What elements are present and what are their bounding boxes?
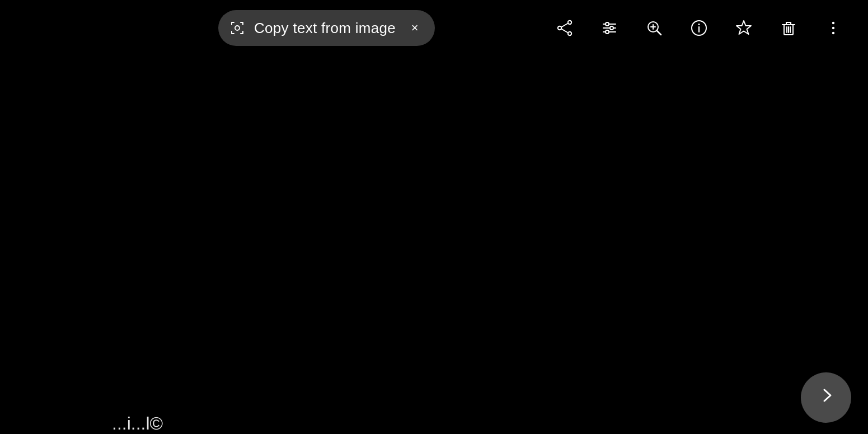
info-icon[interactable] <box>687 16 711 40</box>
share-icon[interactable] <box>552 16 577 40</box>
svg-point-0 <box>235 26 240 30</box>
toolbar-right <box>552 16 846 40</box>
svg-point-28 <box>832 22 834 24</box>
copy-text-pill[interactable]: Copy text from image × <box>218 10 435 46</box>
svg-point-3 <box>568 32 571 35</box>
sliders-icon[interactable] <box>597 16 622 40</box>
lens-icon <box>227 18 247 38</box>
svg-point-1 <box>568 21 571 24</box>
svg-point-9 <box>606 22 609 26</box>
svg-point-11 <box>606 30 609 34</box>
svg-point-10 <box>610 26 613 30</box>
toolbar: Copy text from image × <box>0 0 868 56</box>
svg-marker-19 <box>736 21 751 34</box>
fab-next-button[interactable] <box>801 372 851 423</box>
star-icon[interactable] <box>731 16 756 40</box>
bottom-text: ...i...l© <box>112 413 163 434</box>
close-pill-button[interactable]: × <box>406 19 424 37</box>
svg-line-4 <box>561 24 568 27</box>
copy-text-label: Copy text from image <box>254 20 396 37</box>
more-vert-icon[interactable] <box>821 16 846 40</box>
svg-line-5 <box>561 29 568 33</box>
svg-point-18 <box>698 24 700 25</box>
delete-icon[interactable] <box>776 16 801 40</box>
toolbar-left: Copy text from image × <box>218 10 435 46</box>
svg-point-30 <box>832 32 834 34</box>
svg-line-13 <box>657 31 661 35</box>
zoom-in-icon[interactable] <box>642 16 667 40</box>
svg-point-29 <box>832 27 834 29</box>
svg-point-2 <box>558 26 561 30</box>
chevron-right-icon <box>817 385 837 410</box>
